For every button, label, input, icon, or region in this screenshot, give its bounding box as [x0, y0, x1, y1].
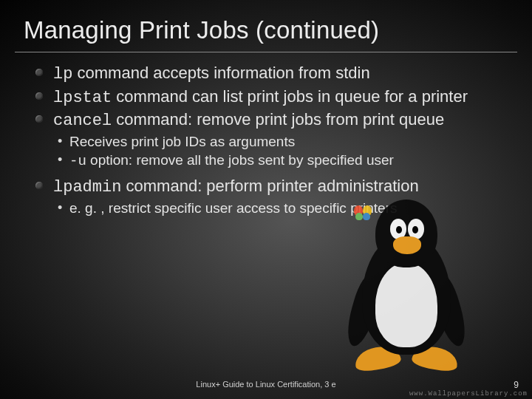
body-text: command: perform printer administration	[121, 177, 418, 195]
body-text: option: remove all the jobs sent by spec…	[86, 152, 394, 168]
slide-content: lp command accepts information from stdi…	[0, 52, 532, 221]
sub-bullet-item: e. g. , restrict specific user access to…	[69, 200, 504, 217]
bullet-item: cancel command: remove print jobs from p…	[53, 109, 504, 174]
slide-title: Managing Print Jobs (continued)	[0, 0, 532, 52]
sub-bullet-list: e. g. , restrict specific user access to…	[53, 198, 504, 221]
code-text: lp	[53, 65, 72, 83]
slide: Managing Print Jobs (continued) lp comma…	[0, 0, 532, 399]
bullet-list: lp command accepts information from stdi…	[53, 63, 504, 221]
bullet-item: lp command accepts information from stdi…	[53, 63, 504, 85]
code-text: -u	[69, 153, 86, 169]
sub-bullet-item: -u option: remove all the jobs sent by s…	[69, 151, 504, 171]
body-text: command accepts information from stdin	[72, 64, 369, 82]
sub-bullet-item: Receives print job IDs as arguments	[69, 133, 504, 151]
butterfly-icon	[354, 205, 373, 222]
body-text: Receives print job IDs as arguments	[69, 134, 295, 149]
body-text: command can list print jobs in queue for…	[112, 87, 468, 106]
sub-bullet-list: Receives print job IDs as arguments -u o…	[53, 132, 504, 174]
code-text: cancel	[53, 112, 112, 130]
footer-text: Linux+ Guide to Linux Certification, 3 e	[0, 380, 532, 389]
body-text: e. g. , restrict specific user access to…	[69, 200, 398, 216]
bullet-item: lpadmin command: perform printer adminis…	[53, 176, 504, 221]
bullet-item: lpstat command can list print jobs in qu…	[53, 86, 504, 109]
watermark-text: www.WallpapersLibrary.com	[409, 390, 528, 398]
body-text: command: remove print jobs from print qu…	[112, 110, 444, 129]
code-text: lpstat	[53, 89, 112, 107]
page-number: 9	[514, 380, 519, 390]
code-text: lpadmin	[53, 178, 121, 197]
